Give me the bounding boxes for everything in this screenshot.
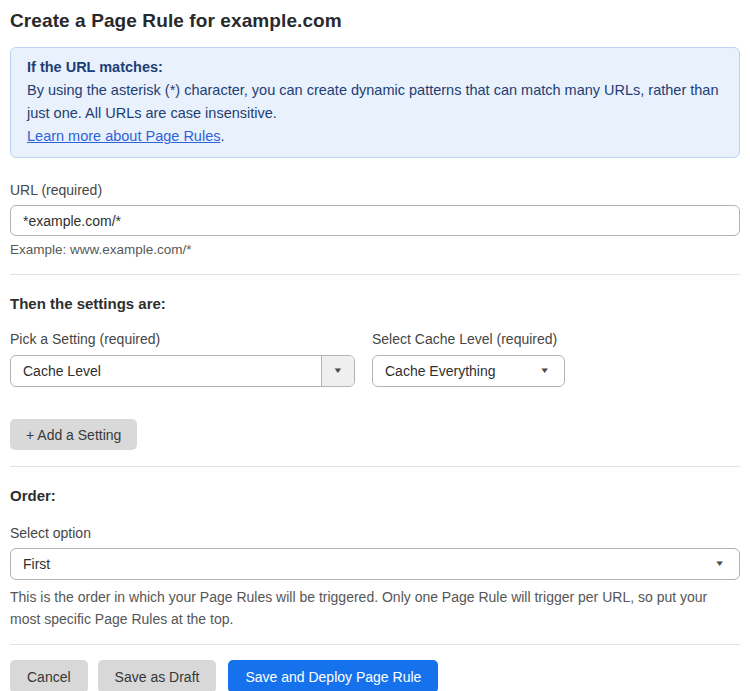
info-box-heading: If the URL matches: xyxy=(27,56,723,79)
page-title: Create a Page Rule for example.com xyxy=(10,10,740,32)
divider xyxy=(10,274,740,275)
save-and-deploy-button[interactable]: Save and Deploy Page Rule xyxy=(228,660,438,691)
url-field-helper: Example: www.example.com/* xyxy=(10,241,740,258)
url-field-label: URL (required) xyxy=(10,182,740,199)
order-select[interactable]: First ▼ xyxy=(10,548,740,580)
settings-row: Pick a Setting (required) Cache Level ▼ … xyxy=(10,331,740,387)
url-input[interactable] xyxy=(10,205,740,236)
chevron-down-icon: ▼ xyxy=(714,560,740,568)
order-select-label: Select option xyxy=(10,525,740,542)
setting-select-value: Cache Level xyxy=(11,363,321,379)
add-setting-button[interactable]: + Add a Setting xyxy=(10,419,137,450)
order-select-value: First xyxy=(11,556,718,572)
info-box-link-line: Learn more about Page Rules. xyxy=(27,125,723,148)
chevron-down-icon: ▼ xyxy=(539,367,565,375)
cache-level-select-value: Cache Everything xyxy=(373,363,543,379)
link-suffix: . xyxy=(220,128,224,144)
divider xyxy=(10,644,740,645)
learn-more-link[interactable]: Learn more about Page Rules xyxy=(27,128,220,144)
form-actions: Cancel Save as Draft Save and Deploy Pag… xyxy=(10,660,740,691)
chevron-down-icon: ▼ xyxy=(333,367,344,375)
save-as-draft-button[interactable]: Save as Draft xyxy=(98,660,217,691)
order-helper-text: This is the order in which your Page Rul… xyxy=(10,586,740,630)
settings-section-heading: Then the settings are: xyxy=(10,295,740,313)
cancel-button[interactable]: Cancel xyxy=(10,660,88,691)
cache-level-label: Select Cache Level (required) xyxy=(372,331,565,348)
setting-select[interactable]: Cache Level ▼ xyxy=(10,355,355,387)
divider xyxy=(10,466,740,467)
cache-level-select[interactable]: Cache Everything ▼ xyxy=(372,355,565,387)
setting-picker-group: Pick a Setting (required) Cache Level ▼ xyxy=(10,331,355,387)
cache-level-picker-group: Select Cache Level (required) Cache Ever… xyxy=(372,331,565,387)
info-box-body: By using the asterisk (*) character, you… xyxy=(27,79,723,125)
setting-picker-label: Pick a Setting (required) xyxy=(10,331,355,348)
setting-select-arrow-button[interactable]: ▼ xyxy=(321,356,354,386)
order-section-heading: Order: xyxy=(10,487,740,505)
url-match-info-box: If the URL matches: By using the asteris… xyxy=(10,47,740,158)
